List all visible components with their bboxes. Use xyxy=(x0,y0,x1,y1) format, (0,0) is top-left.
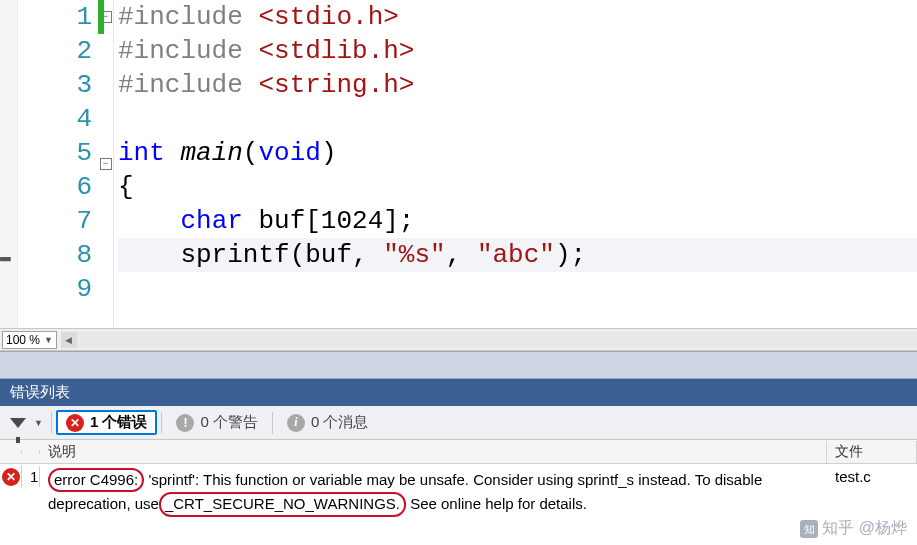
code-line[interactable]: int main(void) xyxy=(118,136,917,170)
glyph-margin[interactable]: ▬ xyxy=(0,0,18,328)
column-file[interactable]: 文件 xyxy=(827,441,917,463)
messages-tab-label: 0 个消息 xyxy=(311,413,369,432)
modified-marker xyxy=(98,0,104,34)
separator xyxy=(51,412,52,434)
highlight-error-code: error C4996: xyxy=(48,468,144,492)
line-number[interactable]: 4 xyxy=(18,102,92,136)
separator xyxy=(161,412,162,434)
filter-icon xyxy=(10,418,26,428)
panel-divider[interactable] xyxy=(0,351,917,379)
code-line[interactable]: sprintf(buf, "%s", "abc"); xyxy=(118,238,917,272)
error-icon: ✕ xyxy=(2,468,20,486)
line-number[interactable]: 5 xyxy=(18,136,92,170)
code-line[interactable]: #include <string.h> xyxy=(118,68,917,102)
code-line[interactable]: { xyxy=(118,170,917,204)
editor-status-bar: 100 % ▼ ◀ xyxy=(0,328,917,350)
error-description: error C4996: 'sprintf': This function or… xyxy=(40,466,827,519)
fold-toggle-icon[interactable]: − xyxy=(100,158,112,170)
horizontal-scrollbar[interactable]: ◀ xyxy=(61,332,917,348)
scroll-left-button[interactable]: ◀ xyxy=(61,332,77,348)
separator xyxy=(272,412,273,434)
column-index[interactable] xyxy=(22,450,40,454)
highlight-macro: _CRT_SECURE_NO_WARNINGS. xyxy=(159,492,406,516)
chevron-down-icon: ▼ xyxy=(44,335,53,345)
messages-tab[interactable]: i 0 个消息 xyxy=(277,410,379,435)
chevron-down-icon: ▼ xyxy=(34,418,43,428)
line-number[interactable]: 8 xyxy=(18,238,92,272)
line-number-gutter[interactable]: 123456789 xyxy=(18,0,98,328)
code-line[interactable]: #include <stdio.h> xyxy=(118,0,917,34)
fold-gutter[interactable]: −− xyxy=(98,0,114,328)
line-number[interactable]: 3 xyxy=(18,68,92,102)
error-file: test.c xyxy=(827,466,917,487)
line-number[interactable]: 6 xyxy=(18,170,92,204)
error-icon: ✕ xyxy=(66,414,84,432)
zoom-value: 100 % xyxy=(6,333,40,347)
error-list-panel: 错误列表 ▼ ✕ 1 个错误 ! 0 个警告 i 0 个消息 说明 文件 ✕ 1 xyxy=(0,379,917,545)
warnings-tab[interactable]: ! 0 个警告 xyxy=(166,410,268,435)
line-number[interactable]: 7 xyxy=(18,204,92,238)
warning-icon: ! xyxy=(176,414,194,432)
panel-toolbar: ▼ ✕ 1 个错误 ! 0 个警告 i 0 个消息 xyxy=(0,406,917,440)
error-index: 1 xyxy=(22,466,40,487)
error-list-body: ✕ 1 error C4996: 'sprintf': This functio… xyxy=(0,464,917,521)
filter-button[interactable]: ▼ xyxy=(6,415,47,431)
panel-title: 错误列表 xyxy=(0,379,917,406)
svg-text:知: 知 xyxy=(804,522,815,534)
error-list-header[interactable]: 说明 文件 xyxy=(0,440,917,464)
svg-rect-0 xyxy=(800,520,818,538)
current-line-marker-icon: ▬ xyxy=(0,248,16,266)
line-number[interactable]: 9 xyxy=(18,272,92,306)
code-area[interactable]: #include <stdio.h>#include <stdlib.h>#in… xyxy=(114,0,917,328)
column-icon[interactable] xyxy=(0,450,22,454)
code-line[interactable] xyxy=(118,272,917,306)
errors-tab-label: 1 个错误 xyxy=(90,413,148,432)
error-row[interactable]: ✕ 1 error C4996: 'sprintf': This functio… xyxy=(0,464,917,521)
warnings-tab-label: 0 个警告 xyxy=(200,413,258,432)
code-line[interactable] xyxy=(118,102,917,136)
code-line[interactable]: #include <stdlib.h> xyxy=(118,34,917,68)
code-line[interactable]: char buf[1024]; xyxy=(118,204,917,238)
line-number[interactable]: 1 xyxy=(18,0,92,34)
column-description[interactable]: 说明 xyxy=(40,441,827,463)
zoom-select[interactable]: 100 % ▼ xyxy=(2,331,57,349)
watermark: 知 知乎 @杨烨 xyxy=(800,518,907,539)
line-number[interactable]: 2 xyxy=(18,34,92,68)
errors-tab[interactable]: ✕ 1 个错误 xyxy=(56,410,158,435)
zhihu-icon: 知 xyxy=(800,520,818,538)
info-icon: i xyxy=(287,414,305,432)
code-editor[interactable]: ▬ 123456789 −− #include <stdio.h>#includ… xyxy=(0,0,917,351)
